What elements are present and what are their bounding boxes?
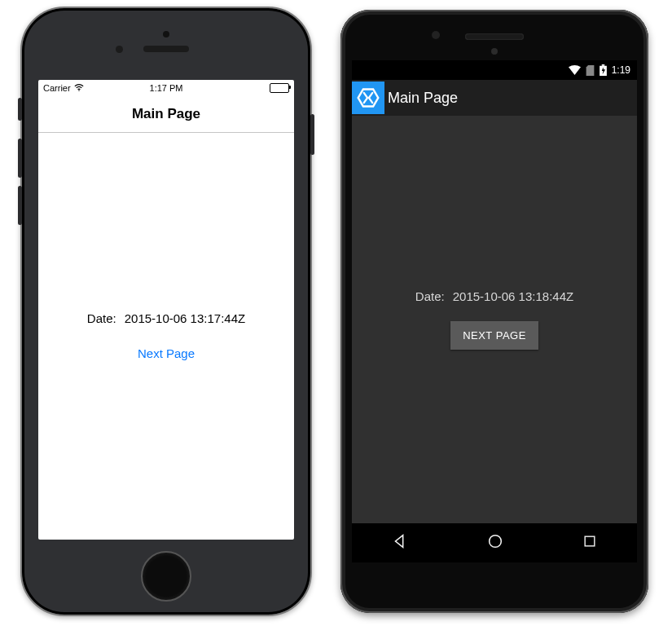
android-status-bar: 1:19 [352,60,637,80]
date-label: Date: [87,311,116,325]
page-title: Main Page [388,90,458,107]
sensor-icon [491,48,498,55]
android-screen: 1:19 Main Page Date: 2015-10-06 13:18:44… [352,60,637,562]
carrier-label: Carrier [43,83,71,93]
wifi-icon [569,65,581,75]
volume-up-btn [18,139,22,178]
date-value: 2015-10-06 13:17:44Z [125,311,245,325]
mute-switch [18,98,22,121]
home-icon[interactable] [486,532,504,553]
battery-icon [270,83,289,93]
android-navigation-bar [352,523,637,562]
home-button[interactable] [141,551,191,602]
android-content: Date: 2015-10-06 13:18:44Z NEXT PAGE [352,116,637,523]
sd-card-icon [586,65,595,76]
next-page-button[interactable]: NEXT PAGE [450,321,538,350]
ios-status-bar: Carrier 1:17 PM [38,80,294,96]
front-camera-icon [163,31,169,37]
date-row: Date: 2015-10-06 13:17:44Z [87,311,245,325]
front-camera-icon [432,31,440,39]
android-app-bar: Main Page [352,80,637,116]
volume-down-btn [18,186,22,225]
ios-nav-bar: Main Page [38,96,294,133]
android-device-frame: 1:19 Main Page Date: 2015-10-06 13:18:44… [340,10,648,613]
power-btn [310,114,314,155]
back-icon[interactable] [391,532,409,553]
page-title: Main Page [132,106,200,122]
xamarin-icon [352,82,384,114]
svg-rect-5 [585,536,595,546]
iphone-device-frame: Carrier 1:17 PM Main Pa [20,7,312,616]
iphone-screen: Carrier 1:17 PM Main Pa [38,80,294,540]
date-row: Date: 2015-10-06 13:18:44Z [415,289,573,303]
date-value: 2015-10-06 13:18:44Z [453,289,573,303]
recent-apps-icon[interactable] [582,533,598,553]
wifi-icon [74,83,84,93]
svg-point-4 [490,536,502,548]
date-label: Date: [415,289,445,303]
ios-content: Date: 2015-10-06 13:17:44Z Next Page [38,132,294,540]
svg-rect-2 [601,64,604,66]
svg-point-0 [78,90,80,91]
next-page-button[interactable]: Next Page [138,346,195,360]
battery-charging-icon [600,64,607,76]
status-time: 1:19 [612,64,630,76]
earpiece-icon [143,46,189,52]
earpiece-icon [465,33,524,40]
sensor-icon [116,46,123,53]
